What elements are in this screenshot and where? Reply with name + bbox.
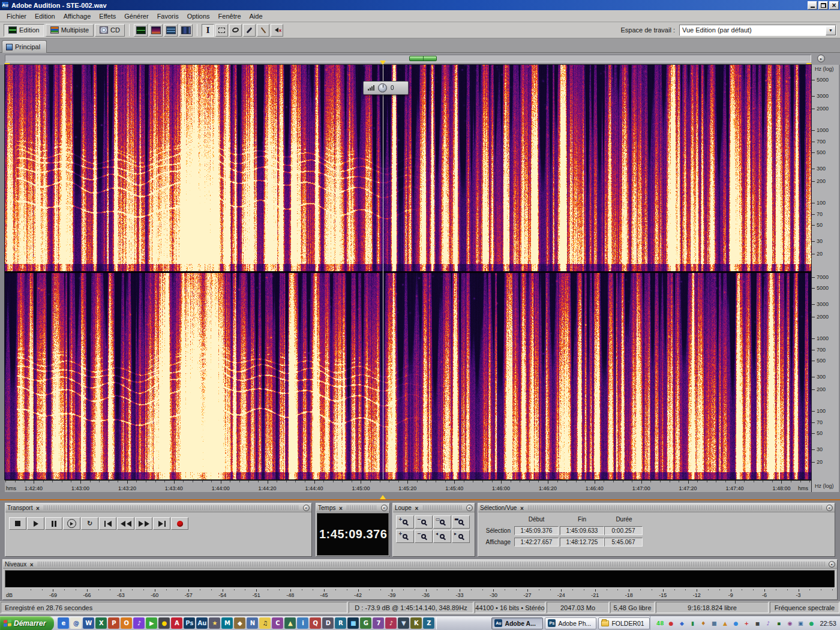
stop-button[interactable] bbox=[9, 517, 26, 530]
tray-icon[interactable]: ▣ bbox=[796, 619, 805, 628]
menu-item-aide[interactable]: Aide bbox=[245, 11, 267, 21]
tab-principal[interactable]: Principal bbox=[2, 40, 47, 53]
quick-launch-icon[interactable]: G bbox=[360, 617, 371, 629]
tray-icon[interactable]: ● bbox=[666, 619, 676, 628]
lasso-selection-tool[interactable] bbox=[229, 24, 242, 37]
close-button[interactable] bbox=[829, 1, 839, 10]
level-meter[interactable] bbox=[5, 570, 835, 588]
mode-button-cd[interactable]: CD bbox=[95, 24, 125, 37]
playhead[interactable] bbox=[383, 65, 383, 479]
cd-view-button[interactable] bbox=[179, 24, 193, 37]
tray-icon[interactable]: ◆ bbox=[677, 619, 686, 628]
taskbar-window-adobe-a-[interactable]: AuAdobe A... bbox=[491, 617, 543, 629]
playhead-marker-bottom[interactable] bbox=[380, 492, 386, 499]
quick-launch-icon[interactable]: ♪ bbox=[385, 617, 397, 629]
zoom-out-horizontal-button[interactable]: − bbox=[415, 515, 433, 529]
spectral-view-button[interactable] bbox=[149, 24, 163, 37]
tray-icon[interactable]: ■ bbox=[709, 619, 719, 628]
quick-launch-icon[interactable]: M bbox=[221, 617, 233, 629]
cell-selection-debut[interactable]: 1:45:09.376 bbox=[514, 526, 559, 535]
menu-item-fichier[interactable]: Fichier bbox=[2, 11, 31, 21]
quick-launch-icon[interactable]: ▼ bbox=[398, 617, 409, 629]
cell-affichage-fin[interactable]: 1:48:12.725 bbox=[560, 538, 604, 547]
spot-healing-tool[interactable] bbox=[257, 24, 269, 37]
quick-launch-icon[interactable]: ♪ bbox=[133, 617, 145, 629]
frequency-ruler[interactable]: Hz (log) Hz (log) 5000300020001000700500… bbox=[811, 65, 839, 492]
cell-affichage-duree[interactable]: 5:45.067 bbox=[604, 538, 643, 547]
spectral-display[interactable]: 0 bbox=[5, 65, 811, 479]
panel-menu-button[interactable] bbox=[817, 55, 825, 62]
zoom-out-vertical-button[interactable]: − bbox=[415, 530, 433, 543]
menu-item-options[interactable]: Options bbox=[183, 11, 214, 21]
quick-launch-icon[interactable]: A bbox=[171, 617, 182, 629]
tray-icon[interactable]: ▪ bbox=[774, 619, 784, 628]
rewind-button[interactable] bbox=[117, 517, 134, 530]
panel-header[interactable]: Niveaux bbox=[3, 560, 837, 569]
cell-selection-fin[interactable]: 1:45:09.633 bbox=[560, 526, 604, 535]
quick-launch-icon[interactable]: D bbox=[322, 617, 334, 629]
panel-header[interactable]: Transport bbox=[5, 503, 311, 512]
workspace-dropdown[interactable]: Vue Edition (par défaut) bbox=[679, 25, 836, 36]
cell-selection-duree[interactable]: 0:00.257 bbox=[604, 526, 643, 535]
quick-launch-icon[interactable]: Q bbox=[310, 617, 321, 629]
zoom-in-vertical-button[interactable]: + bbox=[396, 530, 414, 543]
tray-icon[interactable]: ● bbox=[731, 619, 740, 628]
menu-item-effets[interactable]: Effets bbox=[95, 11, 120, 21]
minimize-button[interactable] bbox=[808, 1, 817, 10]
quick-launch-icon[interactable]: Ps bbox=[184, 617, 195, 629]
tray-icon[interactable]: ♦ bbox=[698, 619, 708, 628]
start-button[interactable]: Démarrer bbox=[0, 616, 54, 630]
quick-launch-icon[interactable]: O bbox=[121, 617, 132, 629]
spectrogram-left-channel[interactable] bbox=[5, 65, 811, 271]
zoom-selection-right-edge-button[interactable]: ▸ bbox=[452, 530, 470, 543]
waveform-view-button[interactable] bbox=[134, 24, 148, 37]
quick-launch-icon[interactable]: ▶ bbox=[146, 617, 157, 629]
quick-launch-icon[interactable]: X bbox=[95, 617, 107, 629]
quick-launch-icon[interactable]: ▲ bbox=[284, 617, 296, 629]
restore-button[interactable] bbox=[818, 1, 828, 10]
tray-icon[interactable]: + bbox=[742, 619, 751, 628]
scrub-mute-tool[interactable]: x bbox=[271, 24, 283, 37]
tray-icon[interactable]: ◉ bbox=[785, 619, 794, 628]
menu-item-fenetre[interactable]: Fenêtre bbox=[214, 11, 245, 21]
time-selection-tool[interactable]: I bbox=[202, 24, 214, 37]
panel-menu-button[interactable] bbox=[826, 505, 833, 511]
quick-launch-icon[interactable]: Au bbox=[196, 617, 208, 629]
quick-launch-icon[interactable]: R bbox=[335, 617, 346, 629]
loop-play-button[interactable]: ↻ bbox=[81, 517, 98, 530]
tray-icon[interactable]: ▮ bbox=[688, 619, 697, 628]
taskbar-window-folder01[interactable]: FOLDER01 bbox=[598, 617, 650, 629]
quick-launch-icon[interactable]: W bbox=[83, 617, 94, 629]
spectrogram-right-channel[interactable] bbox=[5, 273, 811, 479]
quick-launch-icon[interactable]: 7 bbox=[373, 617, 384, 629]
tray-icon[interactable]: ◼ bbox=[752, 619, 762, 628]
tray-icon[interactable]: ♪ bbox=[763, 619, 773, 628]
record-button[interactable] bbox=[171, 517, 188, 530]
taskbar-window-adobe-ph-[interactable]: PsAdobe Ph... bbox=[545, 617, 596, 629]
quick-launch-icon[interactable]: N bbox=[247, 617, 258, 629]
menu-item-generer[interactable]: Générer bbox=[120, 11, 152, 21]
panel-menu-button[interactable] bbox=[381, 505, 388, 511]
panel-close-icon[interactable] bbox=[29, 559, 34, 569]
panel-menu-button[interactable] bbox=[466, 505, 473, 511]
cell-affichage-debut[interactable]: 1:42:27.657 bbox=[514, 538, 559, 547]
panel-close-icon[interactable] bbox=[414, 502, 419, 513]
horizontal-scrollbar[interactable] bbox=[5, 55, 811, 62]
quick-launch-icon[interactable]: ◆ bbox=[234, 617, 245, 629]
quick-launch-icon[interactable]: K bbox=[410, 617, 422, 629]
quick-launch-icon[interactable]: ★ bbox=[209, 617, 220, 629]
quick-launch-icon[interactable]: P bbox=[108, 617, 119, 629]
go-to-end-button[interactable] bbox=[153, 517, 170, 530]
quick-launch-icon[interactable]: i bbox=[297, 617, 308, 629]
play-from-cursor-button[interactable] bbox=[63, 517, 80, 530]
panel-menu-button[interactable] bbox=[829, 561, 835, 568]
panel-header[interactable]: Sélection/Vue bbox=[478, 503, 835, 512]
pause-button[interactable] bbox=[45, 517, 62, 530]
mode-button-edition[interactable]: Edition bbox=[4, 24, 44, 37]
chevron-down-icon[interactable] bbox=[826, 25, 836, 35]
zoom-in-horizontal-button[interactable]: + bbox=[396, 515, 414, 529]
menu-item-affichage[interactable]: Affichage bbox=[59, 11, 95, 21]
tray-icon[interactable]: 48 bbox=[655, 619, 665, 628]
panel-header[interactable]: Loupe bbox=[393, 503, 475, 512]
gain-knob[interactable] bbox=[378, 83, 387, 92]
